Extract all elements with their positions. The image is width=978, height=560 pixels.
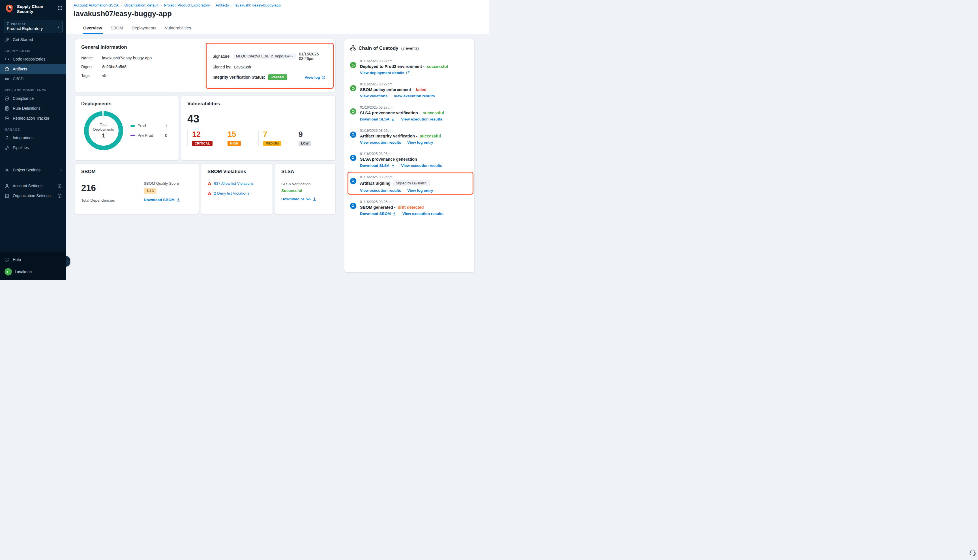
user-menu[interactable]: L Lavakush xyxy=(0,265,66,277)
page-header: Account: Automation-SSCA › Organization:… xyxy=(66,0,489,22)
severity-low: 9 LOW xyxy=(294,130,329,146)
view-log-label: View log xyxy=(304,75,320,80)
download-sbom-link[interactable]: Download SBOM xyxy=(144,198,180,202)
sidebar-item-pipelines[interactable]: Pipelines xyxy=(0,143,66,153)
legend-label: Pre Prod xyxy=(137,133,153,138)
breadcrumb-organization[interactable]: Organization: default xyxy=(124,3,158,7)
coc-event-sbom-policy: 01/16/2025 03:27pm SBOM policy enforceme… xyxy=(350,82,469,98)
sidebar-item-code-repositories[interactable]: Code Repositories xyxy=(0,54,66,64)
deployments-donut-chart: Total Deployments 1 xyxy=(84,111,123,150)
sidebar-item-get-started[interactable]: Get Started xyxy=(0,35,66,45)
coc-event-deployed: 01/16/2025 03:27pm Deployed to Prod2 env… xyxy=(350,59,469,75)
project-icon xyxy=(7,22,10,25)
breadcrumb-artifacts[interactable]: Artifacts xyxy=(215,3,229,7)
link-label: View execution results xyxy=(401,117,442,121)
donut-center-value: 1 xyxy=(90,132,117,139)
view-execution-results-link[interactable]: View execution results xyxy=(401,117,442,121)
sidebar-item-account-settings[interactable]: Account Settings xyxy=(0,181,66,191)
view-execution-results-link[interactable]: View execution results xyxy=(360,188,401,193)
deny-list-violations-row: 2 Deny list Violations xyxy=(207,191,266,195)
pipeline-success-icon xyxy=(350,85,356,92)
apps-grid-icon[interactable] xyxy=(58,6,62,11)
sidebar-item-cicd[interactable]: CI/CD xyxy=(0,74,66,84)
tab-sbom[interactable]: SBOM xyxy=(110,22,124,34)
avatar: L xyxy=(5,268,12,275)
high-count: 15 xyxy=(227,130,258,139)
low-count: 9 xyxy=(299,130,329,139)
pipeline-icon xyxy=(5,145,9,150)
tab-deployments[interactable]: Deployments xyxy=(131,22,157,34)
signed-by-chip: Signed by Lavakush xyxy=(393,180,430,187)
breadcrumb-account[interactable]: Account: Automation-SSCA xyxy=(73,3,118,7)
download-icon xyxy=(391,117,395,121)
view-deployment-details-link[interactable]: View deployment details xyxy=(360,71,410,75)
chevron-right-icon[interactable]: › xyxy=(55,20,62,33)
sidebar-header: Supply Chain Security xyxy=(0,0,66,17)
sbom-quality-score: 6.13 xyxy=(144,188,157,194)
view-log-link[interactable]: View log xyxy=(304,75,325,80)
section-risk-and-compliance: RISK AND COMPLIANCE xyxy=(0,84,66,93)
view-execution-results-link[interactable]: View execution results xyxy=(394,94,435,98)
info-icon xyxy=(57,184,62,188)
sidebar-item-artifacts[interactable]: Artifacts xyxy=(0,64,66,74)
sidebar-item-rule-definitions[interactable]: Rule Definitions xyxy=(0,103,66,113)
coc-event-sbom-generated: 01/16/2025 03:25pm SBOM generated - drif… xyxy=(350,200,469,216)
deployments-card: Deployments Total Deployments 1 xyxy=(75,96,179,160)
sidebar-item-project-settings[interactable]: Project Settings › xyxy=(0,165,66,175)
event-time: 01/16/2025 03:27pm xyxy=(360,82,469,86)
view-execution-results-link[interactable]: View execution results xyxy=(360,140,401,145)
project-label: PROJECT xyxy=(11,22,26,25)
sidebar-item-compliance[interactable]: Compliance xyxy=(0,93,66,103)
sidebar-item-label: CI/CD xyxy=(13,77,23,82)
document-icon xyxy=(5,106,9,111)
pipeline-success-icon xyxy=(350,108,356,115)
warning-icon xyxy=(207,181,212,185)
download-sbom-link[interactable]: Download SBOM xyxy=(360,212,396,216)
project-selector[interactable]: PROJECT Product Exploratory › xyxy=(4,20,63,33)
sidebar-item-label: Get Started xyxy=(13,37,33,42)
event-time: 01/16/2025 03:26pm xyxy=(360,152,469,156)
event-time: 01/16/2025 03:25pm xyxy=(360,200,469,204)
coc-event-artifact-signing: 01/16/2025 03:26pm Artifact Signing Sign… xyxy=(350,175,469,193)
sidebar-item-organization-settings[interactable]: Organization Settings xyxy=(0,191,66,201)
legend-label: Prod xyxy=(137,123,146,128)
sidebar-bottom: Help L Lavakush xyxy=(0,251,66,280)
view-log-entry-link[interactable]: View log entry xyxy=(407,140,433,145)
sidebar-item-label: Remediation Tracker xyxy=(13,116,49,121)
brand-title: Supply Chain Security xyxy=(17,4,43,14)
signature-timestamp: 01/16/2025 03:26pm xyxy=(299,52,325,61)
chevron-right-icon: › xyxy=(60,167,62,173)
legend-item-pre-prod: Pre Prod 0 xyxy=(130,133,167,138)
signature-value: MEQCICde2VjIT...bL+2+mqnOXw== xyxy=(234,53,296,59)
user-name: Lavakush xyxy=(15,270,32,274)
view-execution-results-link[interactable]: View execution results xyxy=(402,212,444,216)
deny-list-violations-link[interactable]: 2 Deny list Violations xyxy=(214,191,249,195)
event-status: successful xyxy=(423,111,444,115)
download-slsa-link[interactable]: Download SLSA xyxy=(360,117,395,121)
sidebar-item-help[interactable]: Help xyxy=(0,255,66,265)
sidebar-item-remediation-tracker[interactable]: Remediation Tracker xyxy=(0,113,66,123)
view-execution-results-link[interactable]: View execution results xyxy=(401,163,442,168)
sidebar: Supply Chain Security PROJECT Product Ex… xyxy=(0,0,66,280)
allow-list-violations-link[interactable]: 637 Allow list Violations xyxy=(214,181,254,185)
sidebar-item-label: Pipelines xyxy=(13,145,29,150)
tab-vulnerabilities[interactable]: Vulnerabilities xyxy=(164,22,192,34)
tab-overview[interactable]: Overview xyxy=(83,22,103,34)
download-slsa-link[interactable]: Download SLSA xyxy=(281,197,316,201)
sbom-total: 216 xyxy=(81,183,137,193)
event-status: successful xyxy=(427,64,448,69)
card-title: SLSA xyxy=(281,169,329,175)
view-violations-link[interactable]: View violations xyxy=(360,94,387,98)
link-label: View execution results xyxy=(360,188,401,193)
download-slsa-link[interactable]: Download SLSA xyxy=(360,163,395,168)
scan-event-icon xyxy=(350,178,356,184)
view-log-entry-link[interactable]: View log entry xyxy=(407,188,433,193)
breadcrumb-project[interactable]: Project: Product Exploratory xyxy=(164,3,210,7)
link-label: View execution results xyxy=(401,163,442,168)
vulnerabilities-total: 43 xyxy=(187,113,329,125)
breadcrumb-artifact-name[interactable]: lavakush07/easy-buggy-app xyxy=(235,3,281,7)
warning-icon xyxy=(207,191,212,195)
card-title: General Information xyxy=(81,44,329,50)
sidebar-item-integrations[interactable]: Integrations xyxy=(0,133,66,143)
infinity-icon xyxy=(5,77,9,82)
